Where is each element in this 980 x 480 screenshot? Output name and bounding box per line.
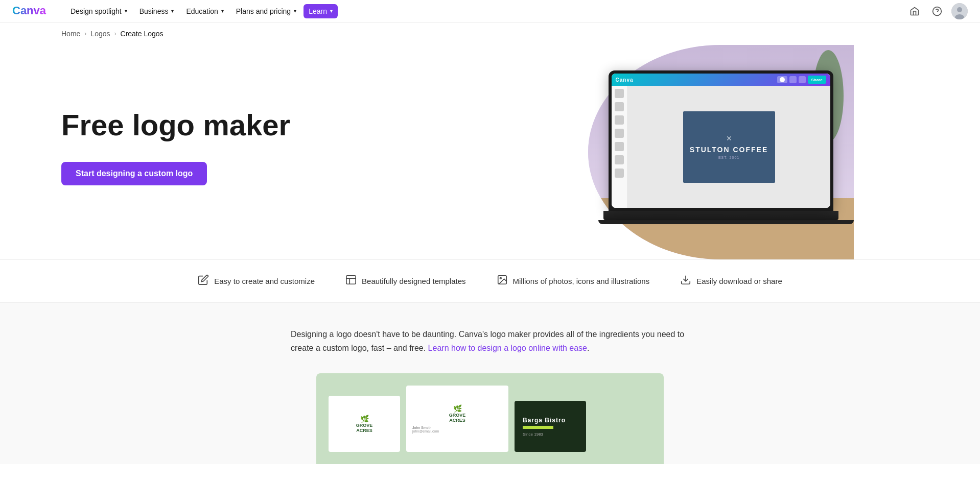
editor-body: ✕ STULTON COFFEE EST. 2001 <box>612 86 830 208</box>
leaf-icon-2: 🌿 <box>453 404 462 413</box>
content-description: Designing a logo doesn't have to be daun… <box>291 327 689 355</box>
content-section: Designing a logo doesn't have to be daun… <box>0 303 980 464</box>
feature-templates: Beautifully designed templates <box>345 274 465 288</box>
mockup-card-1: 🌿 GROVEACRES <box>329 396 400 452</box>
help-icon-button[interactable] <box>929 3 945 19</box>
mockup-preview: 🌿 GROVEACRES 🌿 GROVEACRES John Smothjohn… <box>316 373 664 464</box>
chevron-down-icon: ▾ <box>294 8 296 14</box>
nav-design-spotlight[interactable]: Design spotlight ▾ <box>65 4 132 18</box>
breadcrumb-sep-2: › <box>114 30 116 37</box>
editor-logo: Canva <box>616 77 634 83</box>
hero-content: Free logo maker Start designing a custom… <box>61 109 347 185</box>
nav-learn[interactable]: Learn ▾ <box>304 4 338 18</box>
pencil-icon <box>198 274 209 288</box>
feature-download: Easily download or share <box>680 274 782 288</box>
grove-acres-logo: GROVEACRES <box>356 423 373 433</box>
cta-button[interactable]: Start designing a custom logo <box>61 162 207 185</box>
hero-section: Free logo maker Start designing a custom… <box>0 45 980 259</box>
features-bar: Easy to create and customize Beautifully… <box>0 259 980 303</box>
nav-plans-pricing[interactable]: Plans and pricing ▾ <box>231 4 301 18</box>
hero-title: Free logo maker <box>61 109 347 141</box>
avatar[interactable] <box>951 3 968 19</box>
logo-sub: EST. 2001 <box>718 156 739 159</box>
chevron-down-icon: ▾ <box>171 8 174 14</box>
nav-education[interactable]: Education ▾ <box>181 4 228 18</box>
editor-sidebar <box>612 86 628 208</box>
barga-bistro-sub: Since 1983 <box>523 432 578 437</box>
breadcrumb-sep-1: › <box>84 30 86 37</box>
nav-right <box>906 3 968 19</box>
nav-links: Design spotlight ▾ Business ▾ Education … <box>65 4 906 18</box>
laptop-base <box>603 211 838 220</box>
hero-image: Canva Share <box>441 45 980 259</box>
feature-easy-create: Easy to create and customize <box>198 274 315 288</box>
learn-link[interactable]: Learn how to design a logo online with e… <box>428 344 587 352</box>
breadcrumb: Home › Logos › Create Logos <box>0 22 980 45</box>
breadcrumb-home[interactable]: Home <box>61 30 80 38</box>
leaf-icon: 🌿 <box>360 415 369 423</box>
logo-cross-icon: ✕ <box>726 134 732 142</box>
feature-photos: Millions of photos, icons and illustrati… <box>497 274 650 288</box>
svg-text:Canva: Canva <box>12 4 46 17</box>
breadcrumb-current: Create Logos <box>121 30 164 38</box>
svg-point-4 <box>957 7 962 12</box>
canva-logo[interactable]: Canva <box>12 3 49 19</box>
barga-bistro-title: Barga Bistro <box>523 417 578 424</box>
chevron-down-icon: ▾ <box>330 8 333 14</box>
download-icon <box>680 274 691 288</box>
grove-acres-logo-2: GROVEACRES <box>449 413 466 423</box>
editor-topbar: Canva Share <box>612 74 830 86</box>
chevron-down-icon: ▾ <box>221 8 224 14</box>
logo-name: STULTON COFFEE <box>690 146 768 154</box>
image-icon <box>497 274 508 288</box>
nav-business[interactable]: Business ▾ <box>134 4 179 18</box>
breadcrumb-logos[interactable]: Logos <box>90 30 110 38</box>
svg-rect-6 <box>346 276 356 284</box>
chevron-down-icon: ▾ <box>125 8 127 14</box>
logo-preview-card: ✕ STULTON COFFEE EST. 2001 <box>683 111 775 183</box>
laptop-screen: Canva Share <box>609 70 833 211</box>
svg-point-10 <box>500 277 501 279</box>
main-nav: Canva Design spotlight ▾ Business ▾ Educ… <box>0 0 980 22</box>
home-icon-button[interactable] <box>906 3 923 19</box>
laptop-foot <box>598 220 854 224</box>
template-icon <box>345 274 357 288</box>
mockup-card-2: 🌿 GROVEACRES John Smothjohn@email.com <box>406 386 508 452</box>
mockup-card-dark: Barga Bistro Since 1983 <box>515 401 586 452</box>
editor-canvas: ✕ STULTON COFFEE EST. 2001 <box>628 86 830 208</box>
